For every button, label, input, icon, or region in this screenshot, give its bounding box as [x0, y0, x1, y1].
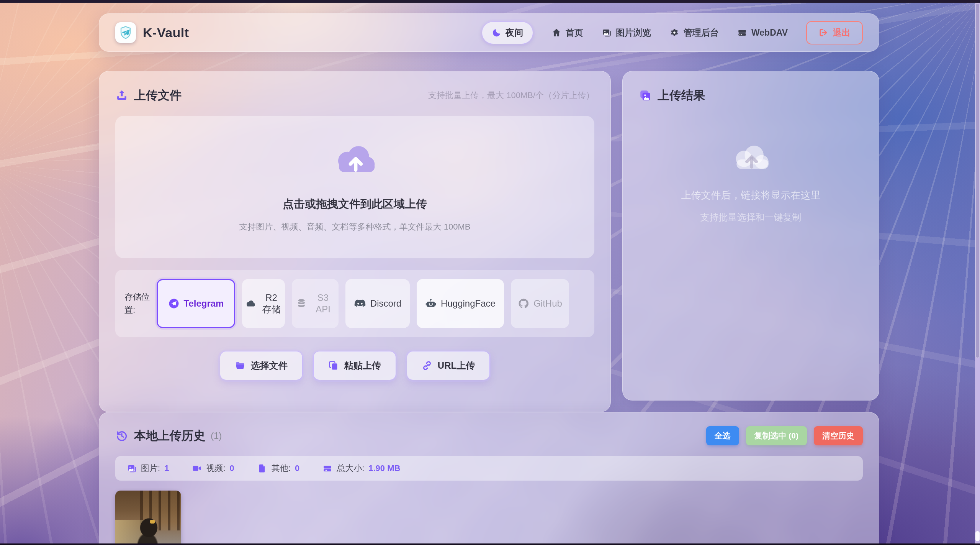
clear-history-button[interactable]: 清空历史: [814, 426, 863, 445]
main-nav: 夜间 首页 图片浏览: [482, 21, 863, 44]
result-empty-line2: 支持批量选择和一键复制: [700, 211, 802, 223]
cloud-upload-icon: [330, 142, 380, 181]
storage-option-label: GitHub: [533, 298, 562, 309]
brand[interactable]: K-Vault: [115, 22, 189, 43]
upload-card: 上传文件 支持批量上传，最大 100MB/个（分片上传） 点击或拖拽文件到此区域…: [99, 71, 611, 412]
app-title: K-Vault: [143, 25, 189, 40]
nav-item-home[interactable]: 首页: [551, 27, 583, 39]
scrollbar-bottom-nub: [975, 531, 980, 541]
stat-value: 0: [230, 463, 234, 473]
bottom-edge-strip: [0, 543, 980, 545]
storage-option-label: Telegram: [184, 298, 224, 309]
nav-item-gallery[interactable]: 图片浏览: [602, 27, 651, 39]
storage-option-s3[interactable]: S3 API: [292, 279, 339, 328]
history-title-group: 本地上传历史: [115, 428, 205, 444]
result-title: 上传结果: [658, 87, 705, 103]
storage-option-label: R2 存储: [260, 292, 283, 315]
top-edge-strip: [0, 0, 980, 3]
file-dropzone[interactable]: 点击或拖拽文件到此区域上传 支持图片、视频、音频、文档等多种格式，单文件最大 1…: [115, 116, 594, 258]
cloud-upload-faded-icon: [728, 142, 774, 177]
upload-title: 上传文件: [134, 87, 182, 103]
select-all-button[interactable]: 全选: [706, 426, 739, 445]
history-buttons: 全选 复制选中 (0) 清空历史: [706, 426, 863, 445]
storage-option-github[interactable]: GitHub: [511, 279, 569, 328]
photos-icon: [602, 28, 612, 38]
upload-actions: 选择文件 粘贴上传 U: [115, 351, 594, 380]
theme-toggle-night[interactable]: 夜间: [482, 21, 533, 44]
choose-file-button[interactable]: 选择文件: [220, 351, 303, 380]
history-card: 本地上传历史 (1) 全选 复制选中 (0) 清空历史 图片: [99, 412, 879, 545]
stat-images: 图片: 1: [127, 463, 169, 474]
home-icon: [551, 28, 561, 38]
history-item-thumbnail[interactable]: [115, 491, 181, 545]
storage-option-label: HuggingFace: [441, 298, 496, 309]
nav-item-webdav[interactable]: WebDAV: [737, 28, 788, 38]
cloud-icon: [245, 298, 256, 309]
history-icon: [115, 429, 128, 442]
storage-stat-icon: [322, 463, 332, 473]
clipboard-icon: [328, 360, 339, 371]
upload-tray-icon: [115, 89, 128, 102]
action-label: 粘贴上传: [344, 360, 381, 372]
logout-button[interactable]: 退出: [806, 21, 863, 44]
stat-videos: 视频: 0: [192, 463, 234, 474]
upload-result-card: 上传结果 上传文件后，链接将显示在这里 支持批量选择和一键复制: [622, 71, 879, 401]
github-icon: [518, 298, 529, 309]
gear-icon: [669, 28, 679, 38]
stat-total-size: 总大小: 1.90 MB: [322, 463, 400, 474]
stat-value: 1: [164, 463, 169, 473]
photo-stack-icon: [639, 89, 652, 102]
logout-icon: [818, 28, 828, 38]
thumbnail-art-hairpin: [150, 520, 155, 524]
scrollbar-thumb[interactable]: [975, 3, 980, 358]
nav-item-admin[interactable]: 管理后台: [669, 27, 719, 39]
nav-label-webdav: WebDAV: [751, 28, 788, 38]
database-icon: [296, 298, 307, 309]
copy-selected-button[interactable]: 复制选中 (0): [746, 426, 807, 445]
stat-others: 其他: 0: [257, 463, 299, 474]
stat-value: 1.90 MB: [368, 463, 400, 473]
storage-option-label: S3 API: [311, 292, 335, 315]
moon-icon: [492, 28, 502, 38]
stat-label: 视频:: [206, 463, 225, 474]
action-label: 选择文件: [251, 360, 288, 372]
storage-option-telegram[interactable]: Telegram: [157, 279, 235, 328]
paste-upload-button[interactable]: 粘贴上传: [313, 351, 396, 380]
app-header: K-Vault 夜间 首页: [99, 13, 879, 52]
history-count: (1): [211, 430, 222, 441]
url-upload-button[interactable]: URL上传: [407, 351, 490, 380]
dropzone-main-text: 点击或拖拽文件到此区域上传: [283, 197, 427, 212]
stat-label: 图片:: [141, 463, 160, 474]
nav-label-home: 首页: [566, 27, 583, 39]
storage-label: 存储位置:: [124, 291, 150, 317]
upload-hint: 支持批量上传，最大 100MB/个（分片上传）: [428, 90, 594, 101]
stat-label: 总大小:: [337, 463, 364, 474]
history-title: 本地上传历史: [134, 428, 205, 444]
stat-label: 其他:: [272, 463, 291, 474]
nav-label-admin: 管理后台: [684, 27, 719, 39]
storage-option-r2[interactable]: R2 存储: [242, 279, 285, 328]
logout-label: 退出: [833, 27, 851, 39]
folder-icon: [235, 360, 245, 371]
page: K-Vault 夜间 首页: [0, 0, 980, 545]
nav-label-gallery: 图片浏览: [616, 27, 651, 39]
result-title-group: 上传结果: [639, 87, 705, 103]
telegram-icon: [168, 298, 180, 309]
storage-option-label: Discord: [370, 298, 401, 309]
storage-selector: 存储位置: Telegram R2 存储: [115, 270, 594, 337]
result-empty-line1: 上传文件后，链接将显示在这里: [681, 189, 821, 202]
dropzone-sub-text: 支持图片、视频、音频、文档等多种格式，单文件最大 100MB: [239, 221, 471, 233]
thumbnail-art-figure: [134, 517, 164, 545]
video-stat-icon: [192, 463, 202, 473]
discord-icon: [354, 299, 366, 308]
storage-option-discord[interactable]: Discord: [345, 279, 410, 328]
page-scrollbar[interactable]: [975, 3, 980, 543]
app-logo-icon: [115, 22, 136, 43]
harddrive-icon: [737, 28, 747, 38]
file-stat-icon: [257, 463, 267, 473]
stat-value: 0: [295, 463, 299, 473]
storage-option-huggingface[interactable]: HuggingFace: [417, 279, 504, 328]
nav-label-night: 夜间: [506, 27, 523, 39]
upload-title-group: 上传文件: [115, 87, 182, 103]
link-icon: [422, 360, 432, 371]
